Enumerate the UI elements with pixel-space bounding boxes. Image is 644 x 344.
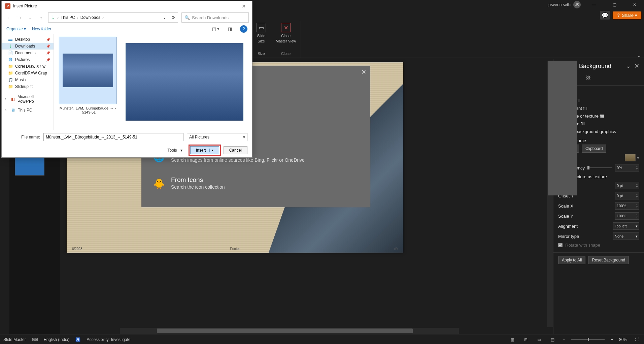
scrollbar-thumb[interactable] [157,329,413,333]
view-mode-label[interactable]: Slide Master [3,337,26,342]
tree-item-documents[interactable]: 📄Documents📌 [2,50,54,56]
insert-split-dropdown[interactable]: ▾ [209,149,213,152]
path-crumb[interactable]: This PC [61,15,75,20]
panel-close-button[interactable]: ✕ [634,62,639,70]
tree-item-powerpoint[interactable]: ›◧Microsoft PowerPo [2,93,54,105]
slide-number-placeholder[interactable]: ‹#› [394,247,398,251]
file-name-input[interactable] [43,133,183,141]
share-icon: ⇪ [617,13,620,18]
tree-item-folder[interactable]: 📁Slideuplift [2,83,54,90]
forward-button[interactable]: → [16,14,23,21]
address-bar[interactable]: ⭳ › This PC › Downloads › ⌄ ⟳ [48,12,178,23]
path-dropdown-button[interactable]: ⌄ [163,15,166,20]
scaley-label: Scale Y [558,214,573,219]
tree-item-desktop[interactable]: ▬Desktop📌 [2,36,54,43]
ribbon-group-size: ▭ Slide Size Size [252,21,271,58]
thumbnail-preview [63,54,113,87]
close-master-line2: Master View [276,39,296,43]
language-label[interactable]: English (India) [44,337,70,342]
comments-button[interactable]: 💬 [600,11,610,20]
search-icon: 🔍 [184,15,190,20]
alignment-select[interactable]: Top left▾ [613,222,639,230]
from-icons-option[interactable]: 🐥 From IconsSearch the icon collection [141,170,370,197]
dialog-close-button[interactable]: ✕ [239,2,249,10]
user-avatar[interactable]: JS [573,1,581,8]
alignment-label: Alignment [558,224,578,229]
reset-background-button[interactable]: Reset Background [588,256,629,264]
scaley-spinner[interactable]: 100%▴▾ [615,212,639,220]
transparency-slider[interactable] [587,167,612,168]
file-thumbnail[interactable]: Münster,_LVM,_Bürogebäude_--_-_5149-51 [57,37,119,127]
view-mode-button[interactable]: ◳ ▾ [212,25,220,33]
sorter-view-button[interactable]: ⊞ [522,336,530,343]
spellcheck-icon[interactable]: ⌨ [32,337,38,342]
preview-pane [119,37,249,127]
slide-footer-placeholder[interactable]: Footer [230,247,240,251]
share-label: Share [622,13,634,18]
clipboard-button[interactable]: Clipboard [582,145,606,153]
texture-picker[interactable] [625,154,636,161]
scalex-label: Scale X [558,204,573,209]
insert-button-highlight: Insert▾ [189,145,221,156]
scrollbar-thumb[interactable] [548,61,577,195]
apply-to-all-button[interactable]: Apply to All [558,256,585,264]
cancel-button[interactable]: Cancel [224,146,247,154]
slide-date-placeholder[interactable]: 6/2023 [72,247,82,251]
slide-size-line2: Size [258,39,265,43]
up-button[interactable]: ↑ [37,14,45,21]
path-crumb[interactable]: Downloads [80,15,100,20]
panel-options-button[interactable]: ⌄ [626,62,631,70]
zoom-out-button[interactable]: − [563,337,565,342]
close-window-button[interactable]: ✕ [628,0,641,9]
back-button[interactable]: ← [5,14,12,21]
status-bar: Slide Master ⌨ English (India) ♿ Accessi… [0,335,644,344]
chevron-down-icon[interactable]: ▾ [636,155,639,160]
user-info: jasveen sethi JS [548,1,581,8]
tree-item-downloads[interactable]: ⭳Downloads📌 [2,43,54,50]
accessibility-label[interactable]: Accessibility: Investigate [87,337,130,342]
picker-close-button[interactable]: ✕ [361,68,366,76]
mirror-label: Mirror type [558,234,579,239]
organize-menu[interactable]: Organize ▾ [6,27,26,31]
file-name-caption: Münster,_LVM,_Bürogebäude_--_-_5149-51 [57,106,119,114]
zoom-slider[interactable] [571,339,605,340]
maximize-button[interactable]: ▢ [608,0,621,9]
file-type-filter[interactable]: All Pictures▾ [187,133,247,141]
share-button[interactable]: ⇪Share▾ [613,11,641,19]
tree-item-folder[interactable]: 📁Corel Draw X7 w [2,63,54,70]
transparency-spinner[interactable]: 0%▴▾ [615,164,639,171]
minimize-button[interactable]: — [587,0,601,9]
mirror-select[interactable]: None▾ [613,232,639,240]
search-field[interactable]: 🔍 Search Downloads [181,12,249,23]
vertical-scrollbar[interactable] [547,61,553,327]
tree-item-pictures[interactable]: 🖼Pictures📌 [2,56,54,63]
offsety-spinner[interactable]: 0 pt▴▾ [615,192,639,199]
powerpoint-icon: P [5,3,10,9]
slideshow-button[interactable]: ▤ [549,336,556,343]
preview-pane-button[interactable]: ◨ [226,25,234,33]
reading-view-button[interactable]: ▭ [536,336,543,343]
refresh-button[interactable]: ⟳ [172,15,175,20]
zoom-in-button[interactable]: + [611,337,613,342]
recent-dropdown[interactable]: ⌄ [27,14,34,21]
insert-picture-dialog: P Insert Picture ✕ ← → ⌄ ↑ ⭳ › This PC ›… [1,1,252,158]
horizontal-scrollbar[interactable] [120,328,459,334]
tree-item-thispc[interactable]: ›🖥This PC [2,107,54,114]
normal-view-button[interactable]: ▦ [509,336,516,343]
fit-to-window-button[interactable]: ⛶ [633,336,641,343]
from-icons-icon: 🐥 [151,176,166,191]
help-button[interactable]: ? [240,25,247,33]
offsetx-spinner[interactable]: 0 pt▴▾ [615,182,639,189]
download-icon: ⭳ [51,15,55,20]
tools-dropdown[interactable]: Tools ▾ [168,148,182,153]
tree-item-folder[interactable]: 📁CorelDRAW Grap [2,70,54,76]
ribbon-expand-button[interactable]: ⌄ [637,52,641,59]
scalex-spinner[interactable]: 100%▴▾ [615,202,639,210]
insert-button[interactable]: Insert▾ [190,146,219,154]
close-master-button[interactable]: ✕ Close Master View [276,23,296,43]
new-folder-button[interactable]: New folder [32,27,51,31]
zoom-level[interactable]: 80% [619,337,627,342]
slide-size-button[interactable]: ▭ Slide Size [257,23,266,43]
tree-item-music[interactable]: 🎵Music [2,76,54,83]
picture-tab[interactable]: 🖼 [584,73,592,82]
